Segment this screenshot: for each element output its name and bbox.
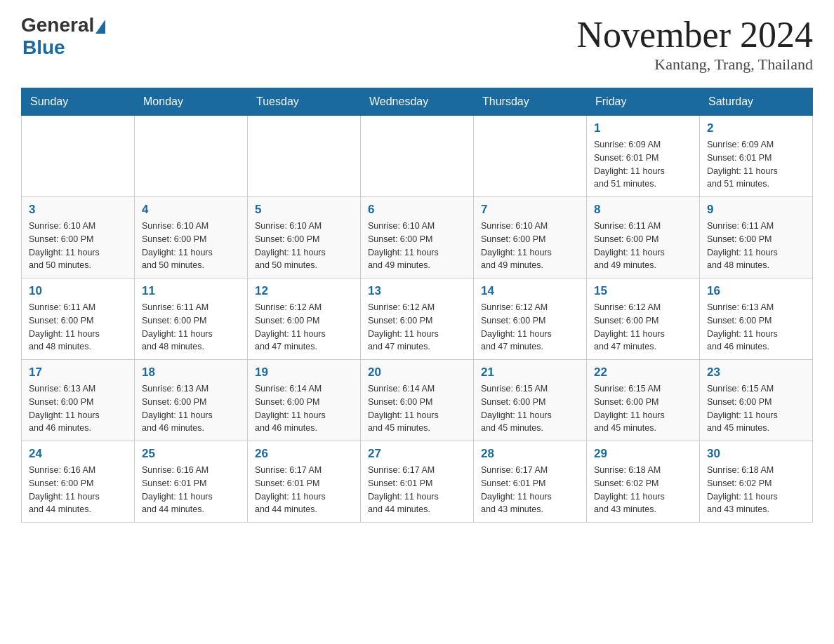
day-info: Sunrise: 6:17 AM Sunset: 6:01 PM Dayligh… (255, 464, 353, 516)
logo-blue-text: Blue (22, 36, 65, 59)
calendar-cell (474, 116, 587, 197)
day-info: Sunrise: 6:11 AM Sunset: 6:00 PM Dayligh… (594, 220, 692, 272)
calendar-cell: 9Sunrise: 6:11 AM Sunset: 6:00 PM Daylig… (700, 197, 813, 279)
day-info: Sunrise: 6:17 AM Sunset: 6:01 PM Dayligh… (481, 464, 579, 516)
day-number: 4 (142, 203, 240, 217)
calendar-cell: 29Sunrise: 6:18 AM Sunset: 6:02 PM Dayli… (587, 441, 700, 523)
day-info: Sunrise: 6:15 AM Sunset: 6:00 PM Dayligh… (707, 382, 805, 435)
calendar-cell: 8Sunrise: 6:11 AM Sunset: 6:00 PM Daylig… (587, 197, 700, 279)
calendar-cell: 30Sunrise: 6:18 AM Sunset: 6:02 PM Dayli… (700, 441, 813, 523)
calendar-cell: 6Sunrise: 6:10 AM Sunset: 6:00 PM Daylig… (361, 197, 474, 279)
calendar-cell (361, 116, 474, 197)
column-header-saturday: Saturday (700, 88, 813, 116)
calendar-cell: 12Sunrise: 6:12 AM Sunset: 6:00 PM Dayli… (248, 279, 361, 360)
day-number: 13 (368, 284, 466, 298)
calendar-cell: 20Sunrise: 6:14 AM Sunset: 6:00 PM Dayli… (361, 360, 474, 441)
day-info: Sunrise: 6:13 AM Sunset: 6:00 PM Dayligh… (707, 301, 805, 354)
calendar-header-row: SundayMondayTuesdayWednesdayThursdayFrid… (22, 88, 813, 116)
day-info: Sunrise: 6:10 AM Sunset: 6:00 PM Dayligh… (255, 220, 353, 272)
day-info: Sunrise: 6:09 AM Sunset: 6:01 PM Dayligh… (594, 138, 692, 191)
day-number: 1 (594, 121, 692, 135)
day-info: Sunrise: 6:10 AM Sunset: 6:00 PM Dayligh… (142, 220, 240, 272)
day-number: 28 (481, 447, 579, 461)
calendar-cell: 17Sunrise: 6:13 AM Sunset: 6:00 PM Dayli… (22, 360, 135, 441)
calendar-cell: 24Sunrise: 6:16 AM Sunset: 6:00 PM Dayli… (22, 441, 135, 523)
day-number: 2 (707, 121, 805, 135)
calendar-week-row: 17Sunrise: 6:13 AM Sunset: 6:00 PM Dayli… (22, 360, 813, 441)
calendar-cell: 26Sunrise: 6:17 AM Sunset: 6:01 PM Dayli… (248, 441, 361, 523)
calendar-cell: 16Sunrise: 6:13 AM Sunset: 6:00 PM Dayli… (700, 279, 813, 360)
day-number: 25 (142, 447, 240, 461)
day-number: 18 (142, 365, 240, 380)
calendar-cell: 13Sunrise: 6:12 AM Sunset: 6:00 PM Dayli… (361, 279, 474, 360)
month-year-title: November 2024 (577, 14, 813, 55)
logo-triangle-icon (95, 20, 105, 34)
day-info: Sunrise: 6:11 AM Sunset: 6:00 PM Dayligh… (707, 220, 805, 272)
day-info: Sunrise: 6:10 AM Sunset: 6:00 PM Dayligh… (481, 220, 579, 272)
day-info: Sunrise: 6:14 AM Sunset: 6:00 PM Dayligh… (368, 382, 466, 435)
calendar-cell: 25Sunrise: 6:16 AM Sunset: 6:01 PM Dayli… (135, 441, 248, 523)
day-number: 21 (481, 365, 579, 380)
calendar-week-row: 24Sunrise: 6:16 AM Sunset: 6:00 PM Dayli… (22, 441, 813, 523)
calendar-cell: 4Sunrise: 6:10 AM Sunset: 6:00 PM Daylig… (135, 197, 248, 279)
calendar-week-row: 3Sunrise: 6:10 AM Sunset: 6:00 PM Daylig… (22, 197, 813, 279)
day-number: 19 (255, 365, 353, 380)
calendar-cell: 14Sunrise: 6:12 AM Sunset: 6:00 PM Dayli… (474, 279, 587, 360)
day-info: Sunrise: 6:10 AM Sunset: 6:00 PM Dayligh… (29, 220, 127, 272)
calendar-cell: 28Sunrise: 6:17 AM Sunset: 6:01 PM Dayli… (474, 441, 587, 523)
calendar-cell (135, 116, 248, 197)
day-number: 24 (29, 447, 127, 461)
calendar-cell: 10Sunrise: 6:11 AM Sunset: 6:00 PM Dayli… (22, 279, 135, 360)
calendar-cell: 19Sunrise: 6:14 AM Sunset: 6:00 PM Dayli… (248, 360, 361, 441)
day-info: Sunrise: 6:11 AM Sunset: 6:00 PM Dayligh… (142, 301, 240, 354)
column-header-friday: Friday (587, 88, 700, 116)
day-number: 6 (368, 203, 466, 217)
calendar-cell: 18Sunrise: 6:13 AM Sunset: 6:00 PM Dayli… (135, 360, 248, 441)
day-number: 16 (707, 284, 805, 298)
calendar-cell: 15Sunrise: 6:12 AM Sunset: 6:00 PM Dayli… (587, 279, 700, 360)
day-info: Sunrise: 6:13 AM Sunset: 6:00 PM Dayligh… (142, 382, 240, 435)
location-subtitle: Kantang, Trang, Thailand (577, 55, 813, 74)
day-number: 11 (142, 284, 240, 298)
day-info: Sunrise: 6:15 AM Sunset: 6:00 PM Dayligh… (481, 382, 579, 435)
day-number: 17 (29, 365, 127, 380)
day-number: 5 (255, 203, 353, 217)
calendar-cell (248, 116, 361, 197)
logo: General Blue (21, 14, 105, 59)
day-info: Sunrise: 6:16 AM Sunset: 6:00 PM Dayligh… (29, 464, 127, 516)
page-header: General Blue November 2024 Kantang, Tran… (21, 14, 813, 74)
calendar-week-row: 1Sunrise: 6:09 AM Sunset: 6:01 PM Daylig… (22, 116, 813, 197)
day-number: 9 (707, 203, 805, 217)
column-header-thursday: Thursday (474, 88, 587, 116)
day-number: 15 (594, 284, 692, 298)
day-number: 10 (29, 284, 127, 298)
day-info: Sunrise: 6:12 AM Sunset: 6:00 PM Dayligh… (594, 301, 692, 354)
calendar-table: SundayMondayTuesdayWednesdayThursdayFrid… (21, 88, 813, 523)
day-info: Sunrise: 6:11 AM Sunset: 6:00 PM Dayligh… (29, 301, 127, 354)
day-number: 12 (255, 284, 353, 298)
day-number: 3 (29, 203, 127, 217)
calendar-cell: 23Sunrise: 6:15 AM Sunset: 6:00 PM Dayli… (700, 360, 813, 441)
calendar-cell: 1Sunrise: 6:09 AM Sunset: 6:01 PM Daylig… (587, 116, 700, 197)
day-number: 27 (368, 447, 466, 461)
day-info: Sunrise: 6:18 AM Sunset: 6:02 PM Dayligh… (594, 464, 692, 516)
column-header-tuesday: Tuesday (248, 88, 361, 116)
calendar-cell: 7Sunrise: 6:10 AM Sunset: 6:00 PM Daylig… (474, 197, 587, 279)
day-info: Sunrise: 6:14 AM Sunset: 6:00 PM Dayligh… (255, 382, 353, 435)
calendar-cell: 27Sunrise: 6:17 AM Sunset: 6:01 PM Dayli… (361, 441, 474, 523)
day-info: Sunrise: 6:10 AM Sunset: 6:00 PM Dayligh… (368, 220, 466, 272)
calendar-cell: 11Sunrise: 6:11 AM Sunset: 6:00 PM Dayli… (135, 279, 248, 360)
day-info: Sunrise: 6:12 AM Sunset: 6:00 PM Dayligh… (368, 301, 466, 354)
day-number: 8 (594, 203, 692, 217)
day-number: 29 (594, 447, 692, 461)
column-header-monday: Monday (135, 88, 248, 116)
day-number: 14 (481, 284, 579, 298)
calendar-cell: 3Sunrise: 6:10 AM Sunset: 6:00 PM Daylig… (22, 197, 135, 279)
day-info: Sunrise: 6:16 AM Sunset: 6:01 PM Dayligh… (142, 464, 240, 516)
day-number: 26 (255, 447, 353, 461)
day-info: Sunrise: 6:09 AM Sunset: 6:01 PM Dayligh… (707, 138, 805, 191)
day-number: 30 (707, 447, 805, 461)
calendar-cell: 22Sunrise: 6:15 AM Sunset: 6:00 PM Dayli… (587, 360, 700, 441)
calendar-cell (22, 116, 135, 197)
day-info: Sunrise: 6:12 AM Sunset: 6:00 PM Dayligh… (255, 301, 353, 354)
